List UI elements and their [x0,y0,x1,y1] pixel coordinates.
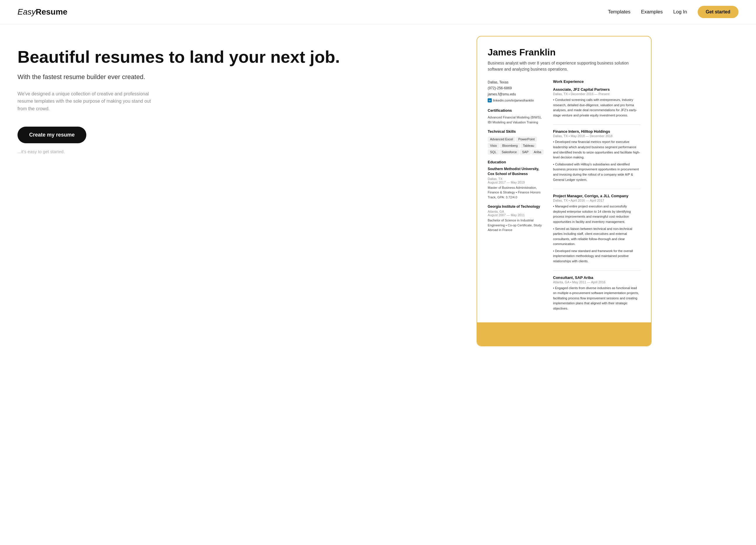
skill-tag: SAP [520,149,531,155]
edu-degree: Master of Business Administration, Finan… [488,185,546,200]
main-content: Beautiful resumes to land your next job.… [0,24,756,545]
education-item: Georgia Institute of Technology Atlanta,… [488,204,546,232]
edu-dates: August 2007 — May 2011 [488,213,546,217]
nav-links: Templates Examples Log In Get started [608,6,739,18]
jobs-list: Associate, JF2 Capital Partners Dallas, … [553,87,641,318]
nav-templates[interactable]: Templates [608,9,630,15]
skill-tag: Salesforce [499,149,519,155]
job-item: Associate, JF2 Capital Partners Dallas, … [553,87,641,125]
create-resume-button[interactable]: Create my resume [17,127,86,143]
education-section: Education Southern Methodist University,… [488,160,546,232]
yellow-bar [477,323,651,346]
hero-subtitle: With the fastest resume builder ever cre… [17,73,361,81]
skill-tag: Advanced Excel [488,136,515,142]
work-experience-label: Work Experience [553,79,641,84]
job-bullet: • Developed new financial metrics report… [553,139,641,160]
hero-description: We've designed a unique collection of cr… [17,90,157,113]
job-meta: Dallas, TX • December 2016 — Present [553,92,641,96]
skills-label: Technical Skills [488,129,546,134]
job-title: Finance Intern, Hilltop Holdings [553,129,641,134]
edu-location: Atlanta, GA [488,210,546,213]
job-meta: Dallas, TX • April 2016 — April 2017 [553,199,641,202]
resume-right-column: Work Experience Associate, JF2 Capital P… [553,79,641,323]
skill-tag: PowerPoint [516,136,537,142]
logo-italic: Easy [17,7,36,16]
skill-tag: Bloomberg [500,143,520,148]
edu-location: Dallas, TX [488,177,546,180]
edu-school: Georgia Institute of Technology [488,204,546,209]
edu-degree: Bachelor of Science in Industrial Engine… [488,218,546,232]
logo-bold: Resume [36,7,67,16]
job-item: Finance Intern, Hilltop Holdings Dallas,… [553,129,641,189]
certifications-label: Certifications [488,108,546,113]
job-meta: Dallas, TX • May 2018 — December 2018 [553,134,641,138]
education-label: Education [488,160,546,164]
linkedin-link: linkedin.com/in/jamesfranklin [493,99,534,102]
contact-city: Dallas, Texas [488,79,546,85]
resume-tagline: Business analyst with over 8 years of ex… [488,60,639,72]
skill-tag: Tableau [521,143,537,148]
edu-school: Southern Methodist University, Cox Schoo… [488,166,546,176]
job-title: Project Manager, Corrigo, a JLL Company [553,194,641,198]
resume-panel: James Franklin Business analyst with ove… [378,24,756,346]
nav-examples[interactable]: Examples [641,9,663,15]
skill-tag: Visio [488,143,499,148]
skills-tags: Advanced ExcelPowerPointVisioBloombergTa… [488,136,546,155]
certifications-text: Advanced Financial Modeling (BIWS), IBI … [488,115,546,125]
education-item: Southern Methodist University, Cox Schoo… [488,166,546,199]
job-bullet: • Collaborated with Hilltop's subsidiari… [553,162,641,182]
get-started-button[interactable]: Get started [698,6,739,18]
job-bullet: • Developed new standard and framework f… [553,248,641,264]
skill-tag: Ariba [531,149,544,155]
logo[interactable]: EasyResume [17,7,67,17]
resume-body: Dallas, Texas (972)-256-6869 james.f@smu… [488,79,641,323]
contact-block: Dallas, Texas (972)-256-6869 james.f@smu… [488,79,546,102]
resume-card: James Franklin Business analyst with ove… [477,36,652,346]
skill-tag: SQL [488,149,499,155]
job-bullet: • Engaged clients from diverse industrie… [553,286,641,311]
job-bullet: • Served as liaison between technical an… [553,226,641,247]
job-title: Consultant, SAP Ariba [553,276,641,280]
education-list: Southern Methodist University, Cox Schoo… [488,166,546,232]
easy-text: ...it's easy to get started. [17,149,361,154]
job-item: Consultant, SAP Ariba Atlanta, GA • May … [553,276,641,318]
resume-name: James Franklin [488,47,641,58]
linkedin-icon: in [488,98,492,102]
hero-title: Beautiful resumes to land your next job. [17,48,361,66]
hero-section: Beautiful resumes to land your next job.… [0,24,378,171]
contact-email: james.f@smu.edu [488,91,546,97]
linkedin-row: in linkedin.com/in/jamesfranklin [488,98,546,102]
job-bullet: • Managed entire project execution and s… [553,204,641,224]
job-meta: Atlanta, GA • May 2011 — April 2016 [553,281,641,284]
nav-login[interactable]: Log In [673,9,687,15]
contact-phone: (972)-256-6869 [488,85,546,91]
job-item: Project Manager, Corrigo, a JLL Company … [553,194,641,271]
job-bullet: • Conducted screening calls with entrepr… [553,97,641,118]
skills-section: Technical Skills Advanced ExcelPowerPoin… [488,129,546,155]
job-title: Associate, JF2 Capital Partners [553,87,641,92]
edu-dates: August 2017 — May 2019 [488,180,546,184]
resume-left-column: Dallas, Texas (972)-256-6869 james.f@smu… [488,79,546,323]
